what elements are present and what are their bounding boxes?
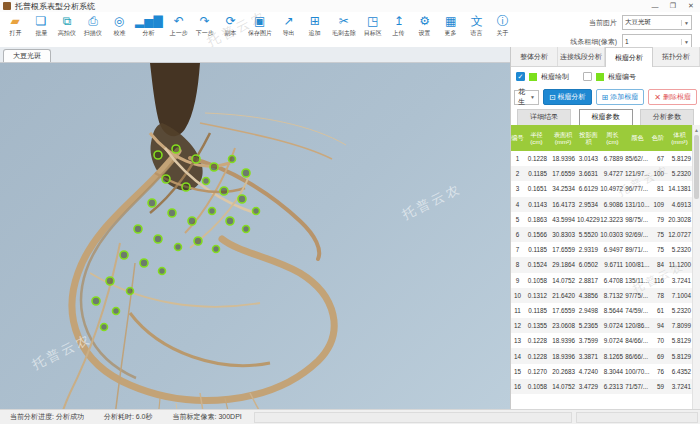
maximize-button[interactable]: ❐	[664, 0, 682, 12]
result-view-tab[interactable]: 分析参数	[640, 109, 694, 126]
add-nodule-button[interactable]: ⊞ 添加根瘤	[596, 89, 645, 105]
table-cell: 3.7599	[577, 333, 600, 348]
toolbar-button-label: 导出	[283, 29, 295, 37]
analysis-tab[interactable]: 拓扑分析	[653, 47, 700, 66]
toolbar-button-label: 下一步	[196, 29, 214, 37]
scrollbar-thumb[interactable]	[694, 135, 699, 199]
doc-camera-icon: ⧉	[63, 14, 72, 28]
toolbar-button-14[interactable]: ◳目标区	[360, 12, 386, 38]
table-header-cell: 半径 (cm)	[524, 125, 549, 151]
scroll-up-icon[interactable]: ▲	[693, 125, 700, 134]
table-row[interactable]: 140.122818.93963.38718.126586/66/...695.…	[511, 348, 692, 363]
toolbar-button-12[interactable]: ⊞追加	[302, 12, 328, 38]
minimize-button[interactable]: —	[646, 0, 664, 12]
toolbar-button-8[interactable]: ↷下一步	[192, 12, 218, 38]
table-row[interactable]: 70.118517.65592.93196.949789/71/...755.2…	[511, 242, 692, 257]
toolbar-button-10[interactable]: ▣保存图片	[244, 12, 276, 38]
table-cell: 18.9396	[549, 348, 577, 363]
table-scrollbar[interactable]: ▲	[692, 125, 700, 410]
toolbar-button-3[interactable]: ⧉高拍仪	[54, 12, 80, 38]
table-cell: 92/69/...	[625, 227, 650, 242]
nodule-draw-color-swatch[interactable]	[529, 73, 537, 81]
table-row[interactable]: 50.186343.599410.422912.322398/75/...792…	[511, 212, 692, 227]
nodule-controls-row: 花生 ▼ ⊡ 根瘤分析 ⊞ 添加根瘤 ✕ 删除根瘤	[511, 86, 700, 108]
toolbar-button-4[interactable]: ⎙扫描仪	[80, 12, 106, 38]
burr-removal-icon: ✂	[339, 14, 349, 28]
analysis-tab[interactable]: 连接线段分析	[558, 47, 605, 66]
table-cell: 2.9498	[577, 303, 600, 318]
toolbar-button-16[interactable]: ⚙设置	[412, 12, 438, 38]
analysis-tab[interactable]: 整体分析	[511, 47, 558, 66]
table-cell: 96/77/...	[625, 181, 650, 196]
table-cell: 97/75/...	[625, 288, 650, 303]
table-cell: 9.4727	[600, 166, 625, 181]
analysis-tab[interactable]: 根瘤分析	[605, 47, 653, 67]
nodule-number-checkbox[interactable]	[583, 72, 592, 81]
table-row[interactable]: 40.114316.41732.95346.9086131/10...1094.…	[511, 197, 692, 212]
result-view-tab[interactable]: 根瘤参数	[579, 109, 633, 126]
status-elapsed: 分析耗时: 6.0秒	[94, 412, 163, 422]
toolbar-button-9[interactable]: ⟳副本	[218, 12, 244, 38]
toolbar-button-19[interactable]: ⓘ关于	[490, 12, 516, 38]
table-cell: 10.4229	[577, 212, 600, 227]
current-image-select[interactable]: 大豆光斑 ▼	[622, 15, 692, 30]
table-cell: 34.2534	[549, 181, 577, 196]
table-cell: 1	[511, 151, 524, 166]
plus-icon: ⊞	[602, 93, 609, 102]
toolbar-button-6[interactable]: ▂▅▇分析	[132, 12, 166, 38]
chevron-down-icon: ▼	[681, 39, 689, 45]
table-cell: 94	[650, 318, 666, 333]
table-row[interactable]: 160.105814.07523.47296.231371/57/...593.…	[511, 379, 692, 394]
table-cell: 6.9086	[600, 197, 625, 212]
table-cell: 75	[650, 227, 666, 242]
table-cell: 3.7241	[666, 273, 692, 288]
species-select[interactable]: 花生 ▼	[514, 90, 539, 105]
table-cell: 21.6420	[549, 288, 577, 303]
table-row[interactable]: 110.118517.65592.94988.564474/59/...615.…	[511, 303, 692, 318]
table-row[interactable]: 20.118517.65593.66319.4727121/97...1005.…	[511, 166, 692, 181]
redo-icon: ↷	[200, 14, 210, 28]
toolbar-button-11[interactable]: ↗导出	[276, 12, 302, 38]
table-cell: 0.1524	[524, 257, 549, 272]
table-cell: 12	[511, 318, 524, 333]
table-row[interactable]: 30.165134.25346.612910.497296/77/...8114…	[511, 181, 692, 196]
table-row[interactable]: 100.131221.64204.38568.713297/75/...787.…	[511, 288, 692, 303]
toolbar-button-label: 副本	[225, 29, 237, 37]
table-row[interactable]: 90.105814.07522.88176.4708135/11...1163.…	[511, 273, 692, 288]
toolbar-button-5[interactable]: ◎校准	[106, 12, 132, 38]
nodule-analyze-button[interactable]: ⊡ 根瘤分析	[543, 89, 592, 105]
toolbar-button-17[interactable]: ▦更多	[438, 12, 464, 38]
toolbar-button-18[interactable]: 文语言	[464, 12, 490, 38]
table-header-cell: 体积 (mm³)	[666, 125, 692, 151]
toolbar-button-7[interactable]: ↶上一步	[166, 12, 192, 38]
table-cell: 100	[650, 166, 666, 181]
table-cell: 11.1200	[666, 257, 692, 272]
table-cell: 0.1058	[524, 379, 549, 394]
toolbar-items: ▰打开❏批量⧉高拍仪⎙扫描仪◎校准▂▅▇分析↶上一步↷下一步⟳副本▣保存图片↗导…	[0, 12, 516, 38]
table-cell: 100/70...	[625, 364, 650, 379]
table-cell: 5.8129	[666, 348, 692, 363]
toolbar-button-13[interactable]: ✂毛刺去除	[328, 12, 360, 38]
toolbar-button-1[interactable]: ▰打开	[2, 12, 28, 38]
nodule-number-color-swatch[interactable]	[596, 73, 604, 81]
delete-nodule-button[interactable]: ✕ 删除根瘤	[648, 89, 697, 105]
table-row[interactable]: 10.122818.93963.01436.788985/62/...675.8…	[511, 151, 692, 166]
table-row[interactable]: 80.152429.18646.05029.6711100/81...8411.…	[511, 257, 692, 272]
table-cell: 0.1228	[524, 333, 549, 348]
result-view-tab[interactable]: 详细结果	[517, 109, 571, 126]
table-row[interactable]: 60.156630.83035.552010.030392/69/...7512…	[511, 227, 692, 242]
table-cell: 12.3223	[600, 212, 625, 227]
table-row[interactable]: 120.135523.06085.23659.0724120/86...947.…	[511, 318, 692, 333]
image-tab[interactable]: 大豆光斑	[3, 49, 51, 62]
close-button[interactable]: ✕	[682, 0, 700, 12]
table-cell: 0.1058	[524, 273, 549, 288]
table-cell: 109	[650, 197, 666, 212]
nodule-draw-checkbox[interactable]: ✓	[516, 72, 525, 81]
title-bar: 托普根系表型分析系统 — ❐ ✕	[0, 0, 700, 12]
toolbar-button-2[interactable]: ❏批量	[28, 12, 54, 38]
table-row[interactable]: 130.122818.93963.75999.072484/66/...705.…	[511, 333, 692, 348]
root-image-canvas[interactable]: 托普云农 托普云农	[0, 63, 510, 410]
toolbar-button-15[interactable]: ↥上传	[386, 12, 412, 38]
table-row[interactable]: 150.127020.26834.72408.3044100/70...766.…	[511, 364, 692, 379]
table-cell: 0.1143	[524, 197, 549, 212]
